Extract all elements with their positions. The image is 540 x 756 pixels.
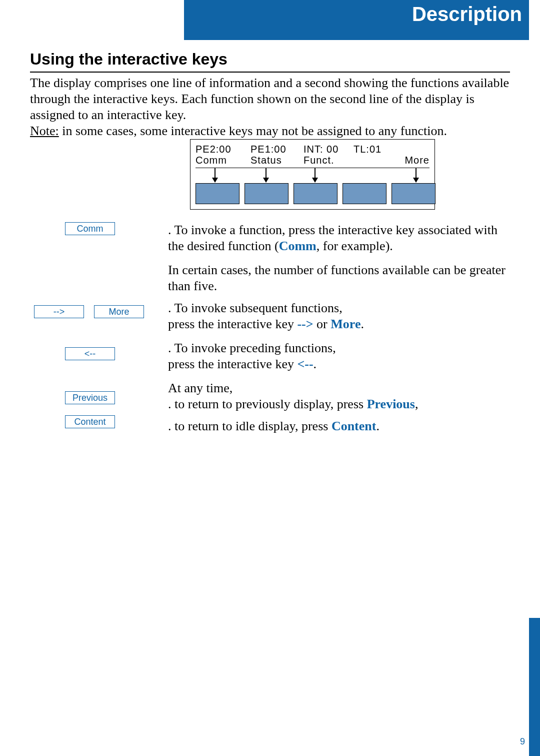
text: . To invoke subsequent functions, (168, 301, 342, 315)
text: . To invoke preceding functions, (168, 341, 336, 355)
text: . to return to previously display, press (168, 397, 367, 411)
softkey-button[interactable] (244, 183, 288, 204)
page-number: 9 (520, 736, 525, 747)
softkey-button[interactable] (392, 183, 436, 204)
text: , for example). (316, 239, 393, 253)
text: press the interactive key (168, 317, 297, 331)
display-line-1: PE2:00 PE1:00 INT: 00 TL:01 (196, 144, 430, 155)
display-line-2: Comm Status Funct. More (196, 155, 430, 166)
body-para-1: . To invoke a function, press the intera… (168, 222, 510, 254)
keyword-previous: Previous (367, 397, 415, 411)
section-heading: Using the interactive keys (30, 50, 510, 73)
softkey-button[interactable] (342, 183, 386, 204)
display-cell-status: Status (250, 155, 304, 166)
body-para-6: . to return to previously display, press… (168, 396, 510, 412)
key-chip-more[interactable]: More (94, 305, 144, 318)
body-para-7: . to return to idle display, press Conte… (168, 418, 510, 434)
keyword-more: More (330, 317, 360, 331)
body-para-4: . To invoke preceding functions, press t… (168, 340, 510, 372)
note-label: Note: (30, 124, 59, 138)
key-chip-comm[interactable]: Comm (65, 222, 115, 235)
text: or (314, 317, 331, 331)
body-para-2: In certain cases, the number of function… (168, 262, 510, 294)
display-box: PE2:00 PE1:00 INT: 00 TL:01 Comm Status … (190, 139, 435, 210)
softkey-button[interactable] (196, 183, 240, 204)
intro-text: The display comprises one line of inform… (30, 75, 510, 139)
display-cell-spacer (354, 155, 400, 166)
display-cell-more: More (400, 155, 430, 166)
keyword-next: --> (297, 317, 313, 331)
text: press the interactive key (168, 357, 297, 371)
softkey-button[interactable] (294, 183, 338, 204)
display-diagram: PE2:00 PE1:00 INT: 00 TL:01 Comm Status … (190, 139, 435, 210)
display-cell-int: INT: 00 (304, 144, 354, 155)
page: Description Using the interactive keys T… (0, 0, 540, 756)
display-cell-pe2: PE2:00 (196, 144, 250, 155)
text: . (314, 357, 317, 371)
arrow-down-icon (214, 168, 216, 182)
keyword-prev: <-- (297, 357, 313, 371)
body-para-5: At any time, (168, 380, 510, 396)
intro-para1: The display comprises one line of inform… (30, 75, 510, 123)
body-para-3: . To invoke subsequent functions, press … (168, 300, 510, 332)
text: . (360, 317, 364, 331)
side-strip (529, 618, 540, 756)
arrow-down-icon (266, 168, 266, 182)
arrow-down-icon (416, 168, 416, 182)
text: . (376, 419, 380, 433)
display-cell-funct: Funct. (304, 155, 354, 166)
softkey-row (196, 168, 430, 207)
display-cell-comm: Comm (196, 155, 250, 166)
section-tab-title: Description (184, 0, 529, 40)
key-chip-previous[interactable]: Previous (65, 391, 115, 404)
keyword-content: Content (332, 419, 376, 433)
key-chip-content[interactable]: Content (65, 415, 115, 428)
arrow-down-icon (314, 168, 316, 182)
key-chip-next[interactable]: --> (34, 305, 84, 318)
text: . to return to idle display, press (168, 419, 332, 433)
display-cell-tl: TL:01 (354, 144, 430, 155)
note-text: in some cases, some interactive keys may… (59, 124, 447, 138)
text: , (415, 397, 418, 411)
keyword-comm: Comm (279, 239, 316, 253)
key-chip-prev[interactable]: <-- (65, 347, 115, 360)
header-tab: Description (140, 0, 529, 40)
intro-note: Note: in some cases, some interactive ke… (30, 123, 510, 139)
display-cell-pe1: PE1:00 (250, 144, 304, 155)
